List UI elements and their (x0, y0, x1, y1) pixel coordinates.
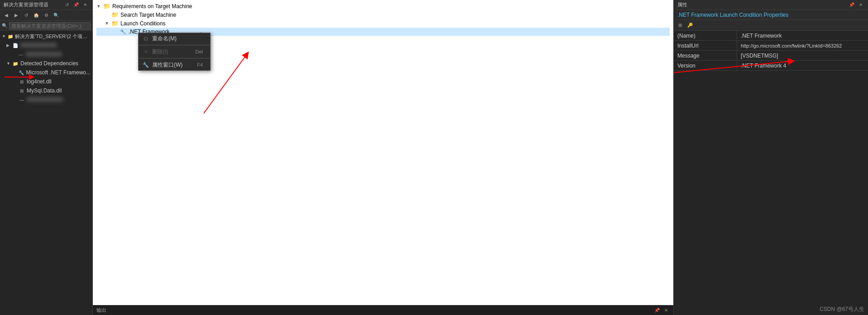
properties-panel-title: 属性 📌 ✕ (674, 0, 868, 10)
panel-title-text: 解决方案资源管理器 (4, 1, 48, 8)
context-properties[interactable]: 🔧 属性窗口(W) F4 (139, 59, 210, 70)
left-solution-explorer: 解决方案资源管理器 ↺ 📌 ✕ ◀ ▶ ↺ 🏠 ⚙ 🔍 🔍 ▼ 📁 解决方案'T (0, 0, 93, 315)
tree-mysql[interactable]: ⊞ MySql.Data.dll (0, 86, 92, 95)
output-bar: 输出 📌 ✕ (93, 305, 673, 315)
tree-detected-deps[interactable]: ▼ 📁 Detected Dependencies (0, 59, 92, 68)
project-label: XXXXXXXXXX (20, 42, 57, 48)
output-close-icon[interactable]: ✕ (662, 307, 670, 314)
tree-log4net[interactable]: ⊞ log4net.dll (0, 77, 92, 86)
right-props-toolbar: ⊞ 🔑 (674, 20, 868, 31)
menu-separator2 (139, 58, 210, 58)
tree-blurred-item[interactable]: — XXXXXXXXXX (0, 95, 92, 104)
props-close-icon[interactable]: ✕ (857, 1, 864, 9)
context-delete: ✕ 删除(I) Del (139, 46, 210, 57)
nav-btn[interactable]: 🏠 (32, 11, 41, 19)
solution-tree: ▼ 📁 解决方案'TD_SERVER'(2 个项目, 共 ▶ 📄 XXXXXXX… (0, 31, 92, 315)
props-sort-btn[interactable]: 🔑 (686, 21, 695, 29)
netframework-label: Microsoft .NET Framewo... (26, 69, 91, 76)
prop-value-message: [VSDNETMSG] (737, 51, 868, 60)
prop-label-name: (Name) (674, 31, 737, 40)
prop-value-version: .NET Framework 4 (737, 61, 868, 70)
properties-label: 属性窗口(W) (152, 61, 182, 69)
prop-value-name: .NET Framework (737, 31, 868, 40)
delete-label: 删除(I) (152, 48, 168, 56)
back-btn[interactable]: ◀ (2, 11, 11, 19)
delete-shortcut: Del (195, 49, 203, 54)
sync-icon[interactable]: ↺ (63, 1, 71, 9)
delete-icon: ✕ (142, 48, 149, 55)
properties-icon: 🔧 (142, 61, 149, 68)
refresh-btn[interactable]: ↺ (22, 11, 31, 19)
requirements-label: Requirements on Target Machine (112, 3, 192, 10)
search-target-label: Search Target Machine (120, 12, 176, 18)
tree-project[interactable]: ▶ 📄 XXXXXXXXXX (0, 41, 92, 50)
tree-requirements[interactable]: ▼ 📁 Requirements on Target Machine (96, 2, 670, 10)
solution-label: 解决方案'TD_SERVER'(2 个项目, 共 (15, 33, 91, 40)
forward-btn[interactable]: ▶ (12, 11, 21, 19)
properties-title-text: 属性 (677, 1, 687, 8)
prop-row-installurl: InstallUrl http://go.microsoft.com/fwlin… (674, 41, 868, 51)
properties-table: (Name) .NET Framework InstallUrl http://… (674, 31, 868, 315)
solution-explorer-title: 解决方案资源管理器 ↺ 📌 ✕ (0, 0, 92, 10)
output-pin-icon[interactable]: 📌 (653, 307, 661, 314)
props-grid-btn[interactable]: ⊞ (676, 21, 685, 29)
subfile-label: XXXXXXXXXX (26, 51, 62, 58)
detected-deps-label: Detected Dependencies (20, 60, 78, 67)
filter-btn[interactable]: ⚙ (42, 11, 51, 19)
prop-row-version: Version .NET Framework 4 (674, 61, 868, 71)
rename-icon: □ (142, 35, 149, 42)
watermark: CSDN @67号人生 (820, 305, 864, 313)
context-rename[interactable]: □ 重命名(M) (139, 33, 210, 44)
search-input[interactable] (9, 22, 91, 29)
prop-row-message: Message [VSDNETMSG] (674, 51, 868, 61)
pin-icon[interactable]: 📌 (72, 1, 80, 9)
tree-solution[interactable]: ▼ 📁 解决方案'TD_SERVER'(2 个项目, 共 (0, 32, 92, 41)
right-properties-panel: 属性 📌 ✕ .NET Framework Launch Condition P… (673, 0, 868, 315)
center-panel: ▼ 📁 Requirements on Target Machine 📁 Sea… (93, 0, 673, 315)
prop-value-installurl: http://go.microsoft.com/fwlink/?LinkId=8… (737, 41, 868, 50)
prop-label-version: Version (674, 61, 737, 70)
close-left-icon[interactable]: ✕ (82, 1, 89, 9)
launch-conditions-label: Launch Conditions (120, 20, 165, 27)
prop-row-name: (Name) .NET Framework (674, 31, 868, 41)
tree-launch-conditions[interactable]: ▼ 📁 Launch Conditions (96, 19, 670, 28)
blurred-item-label: XXXXXXXXXX (27, 97, 63, 103)
rename-label: 重命名(M) (152, 35, 177, 43)
launch-conditions-editor: ▼ 📁 Requirements on Target Machine 📁 Sea… (93, 0, 673, 305)
tree-search-target[interactable]: 📁 Search Target Machine (96, 10, 670, 19)
tree-net-framework-dep[interactable]: 🔧 Microsoft .NET Framewo... (0, 68, 92, 77)
context-menu: □ 重命名(M) ✕ 删除(I) Del 🔧 属性窗口(W) F4 (138, 33, 211, 71)
properties-header-text: .NET Framework Launch Condition Properti… (677, 12, 788, 18)
log4net-label: log4net.dll (27, 78, 52, 85)
search-btn[interactable]: 🔍 (52, 11, 61, 19)
menu-separator (139, 45, 210, 45)
search-bar: 🔍 (0, 21, 92, 31)
output-label: 输出 (96, 307, 106, 314)
prop-label-installurl: InstallUrl (674, 41, 737, 50)
search-left-icon: 🔍 (2, 23, 7, 28)
properties-shortcut: F4 (197, 62, 203, 68)
tree-subfile[interactable]: — XXXXXXXXXX (0, 50, 92, 59)
properties-header: .NET Framework Launch Condition Properti… (674, 10, 868, 20)
props-pin-icon[interactable]: 📌 (848, 1, 855, 9)
left-toolbar: ◀ ▶ ↺ 🏠 ⚙ 🔍 (0, 10, 92, 21)
mysql-label: MySql.Data.dll (27, 87, 62, 94)
prop-label-message: Message (674, 51, 737, 60)
